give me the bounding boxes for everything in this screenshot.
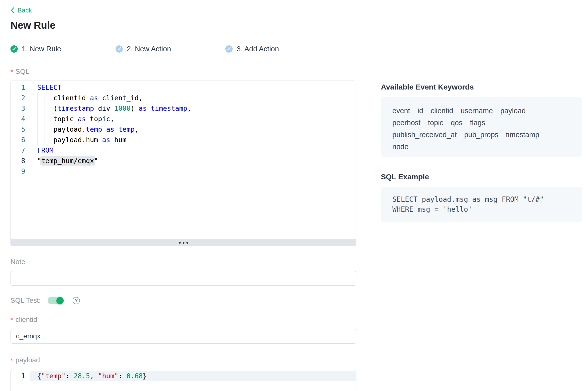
code-line: 7FROM	[11, 145, 356, 156]
indent-guide	[44, 114, 44, 124]
line-number: 8	[11, 156, 30, 166]
back-label: Back	[17, 7, 32, 13]
sql-editor-lines: 1SELECT2 clientid as client_id,3 (timest…	[11, 81, 356, 239]
payload-editor[interactable]: 1{"temp": 28.5, "hum": 0.68}	[10, 369, 356, 391]
keywords-box: eventidclientidusernamepayloadpeerhostto…	[381, 97, 582, 157]
back-chevron-icon	[10, 7, 14, 13]
step-2: 2. New Action	[116, 45, 171, 53]
example-code-line: WHERE msg = 'hello'	[392, 204, 571, 214]
resize-dots-icon	[186, 242, 188, 244]
code-content: clientid as client_id,	[30, 93, 356, 103]
indent-guide	[44, 93, 44, 103]
sql-test-row: SQL Test: ?	[10, 297, 356, 304]
code-content: payload.temp as temp,	[30, 124, 356, 135]
toggle-knob-icon	[56, 297, 64, 304]
resize-dots-icon	[179, 242, 181, 244]
main-column: Back New Rule 1. New Rule2. New Action3.…	[10, 7, 356, 391]
back-button[interactable]: Back	[10, 7, 32, 13]
keyword-timestamp[interactable]: timestamp	[506, 129, 539, 141]
sql-field-label: * SQL	[10, 68, 356, 75]
code-content: topic as topic,	[30, 114, 356, 124]
code-line: 1SELECT	[11, 82, 356, 93]
line-number: 5	[11, 124, 30, 135]
keyword-node[interactable]: node	[392, 141, 409, 153]
keyword-qos[interactable]: qos	[451, 117, 462, 129]
new-rule-page: Back New Rule 1. New Rule2. New Action3.…	[0, 0, 588, 391]
keyword-row: peerhosttopicqosflags	[392, 117, 571, 129]
keyword-peerhost[interactable]: peerhost	[392, 117, 421, 129]
step-label: 1. New Rule	[22, 45, 61, 53]
indent-guide	[37, 114, 38, 124]
code-line: 2 clientid as client_id,	[11, 93, 356, 103]
keyword-row: eventidclientidusernamepayload	[392, 105, 571, 117]
code-content: SELECT	[30, 82, 356, 93]
required-star: *	[10, 69, 13, 76]
code-line: 9	[11, 166, 356, 177]
keyword-event[interactable]: event	[392, 105, 410, 117]
payload-editor-lines: 1{"temp": 28.5, "hum": 0.68}	[11, 369, 356, 391]
line-number: 3	[11, 103, 30, 114]
step-check-icon	[10, 45, 18, 53]
required-star: *	[10, 357, 13, 364]
line-number: 1	[11, 82, 30, 93]
note-field-label: Note	[10, 258, 356, 265]
step-check-icon	[225, 45, 233, 53]
keyword-row: node	[392, 141, 571, 153]
keyword-topic[interactable]: topic	[428, 117, 443, 129]
code-line: 6 payload.hum as hum	[11, 135, 356, 145]
keyword-flags[interactable]: flags	[470, 117, 485, 129]
indent-guide	[37, 93, 38, 103]
keyword-publish_received_at[interactable]: publish_received_at	[392, 129, 457, 141]
keyword-pub_props[interactable]: pub_props	[464, 129, 498, 141]
page-title: New Rule	[10, 19, 356, 31]
sql-editor[interactable]: 1SELECT2 clientid as client_id,3 (timest…	[10, 81, 356, 246]
step-check-icon	[116, 45, 123, 53]
step-3: 3. Add Action	[225, 45, 279, 53]
indent-guide	[44, 103, 44, 114]
sql-test-toggle[interactable]	[48, 297, 64, 304]
line-number: 7	[11, 145, 30, 156]
code-content: payload.hum as hum	[30, 135, 356, 145]
indent-guide	[44, 135, 44, 145]
help-icon[interactable]: ?	[73, 297, 80, 304]
keyword-id[interactable]: id	[418, 105, 423, 117]
sql-example-title: SQL Example	[381, 173, 582, 181]
indent-guide	[44, 124, 44, 135]
step-connector	[67, 49, 110, 49]
line-number: 1	[11, 371, 30, 381]
line-number: 6	[11, 135, 30, 145]
code-content: (timestamp div 1000) as timestamp,	[30, 103, 356, 114]
clientid-field-label: * clientid	[10, 316, 356, 323]
step-label: 2. New Action	[127, 45, 171, 53]
keyword-clientid[interactable]: clientid	[431, 105, 453, 117]
step-label: 3. Add Action	[237, 45, 279, 53]
stepper: 1. New Rule2. New Action3. Add Action	[10, 45, 356, 53]
step-connector	[177, 49, 219, 49]
clientid-input[interactable]	[10, 329, 356, 344]
resize-dots-icon	[183, 242, 184, 244]
step-1: 1. New Rule	[10, 45, 61, 53]
code-content: FROM	[30, 145, 356, 156]
code-content: "temp_hum/emqx"	[30, 156, 356, 166]
indent-guide	[37, 135, 38, 145]
sql-example-box: SELECT payload.msg as msg FROM "t/#"WHER…	[381, 187, 582, 222]
code-content	[30, 166, 356, 177]
code-content: {"temp": 28.5, "hum": 0.68}	[30, 371, 356, 381]
keyword-username[interactable]: username	[461, 105, 493, 117]
required-star: *	[10, 317, 13, 324]
sql-test-label: SQL Test:	[10, 297, 41, 304]
payload-field-label: * payload	[10, 357, 356, 364]
code-line: 1{"temp": 28.5, "hum": 0.68}	[11, 371, 356, 381]
line-number: 2	[11, 93, 30, 103]
keywords-panel: Available Event Keywords eventidclientid…	[381, 83, 582, 222]
line-number: 4	[11, 114, 30, 124]
code-line: 8"temp_hum/emqx"	[11, 156, 356, 166]
note-input[interactable]	[10, 271, 356, 286]
keyword-payload[interactable]: payload	[500, 105, 526, 117]
keyword-row: publish_received_atpub_propstimestamp	[392, 129, 571, 141]
indent-guide	[37, 124, 38, 135]
line-number: 9	[11, 166, 30, 177]
editor-resize-handle[interactable]	[11, 239, 356, 246]
code-line: 5 payload.temp as temp,	[11, 124, 356, 135]
code-line: 3 (timestamp div 1000) as timestamp,	[11, 103, 356, 114]
